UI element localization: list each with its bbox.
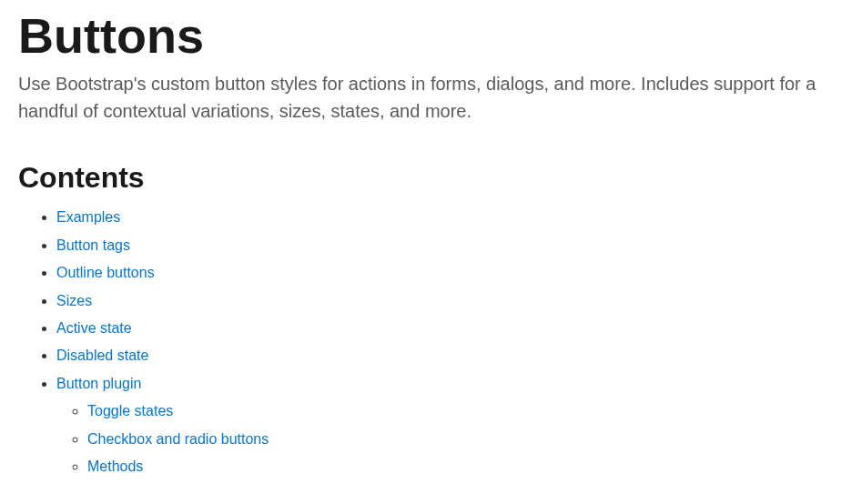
contents-heading: Contents [18,161,844,195]
contents-link-checkbox-radio[interactable]: Checkbox and radio buttons [87,431,269,447]
contents-item: Sizes [56,287,844,315]
contents-item: Active state [56,315,844,342]
contents-item: Button tags [56,232,844,259]
contents-item: Examples [56,204,844,231]
page-lead: Use Bootstrap's custom button styles for… [18,70,844,125]
contents-link-toggle-states[interactable]: Toggle states [87,403,173,418]
contents-link-outline-buttons[interactable]: Outline buttons [56,265,155,280]
contents-subitem: Checkbox and radio buttons [87,426,844,453]
contents-list: Examples Button tags Outline buttons Siz… [18,204,844,480]
contents-link-button-tags[interactable]: Button tags [56,237,130,253]
contents-subitem: Toggle states [87,398,844,425]
page-title: Buttons [18,9,844,63]
contents-link-examples[interactable]: Examples [56,209,120,225]
contents-link-button-plugin[interactable]: Button plugin [56,376,141,391]
contents-sublist: Toggle states Checkbox and radio buttons… [56,398,844,480]
contents-link-disabled-state[interactable]: Disabled state [56,348,148,363]
contents-subitem: Methods [87,453,844,480]
contents-item: Button plugin Toggle states Checkbox and… [56,370,844,481]
contents-item: Outline buttons [56,259,844,287]
contents-link-methods[interactable]: Methods [87,459,143,474]
contents-item: Disabled state [56,342,844,369]
contents-link-sizes[interactable]: Sizes [56,293,92,308]
contents-link-active-state[interactable]: Active state [56,320,132,336]
